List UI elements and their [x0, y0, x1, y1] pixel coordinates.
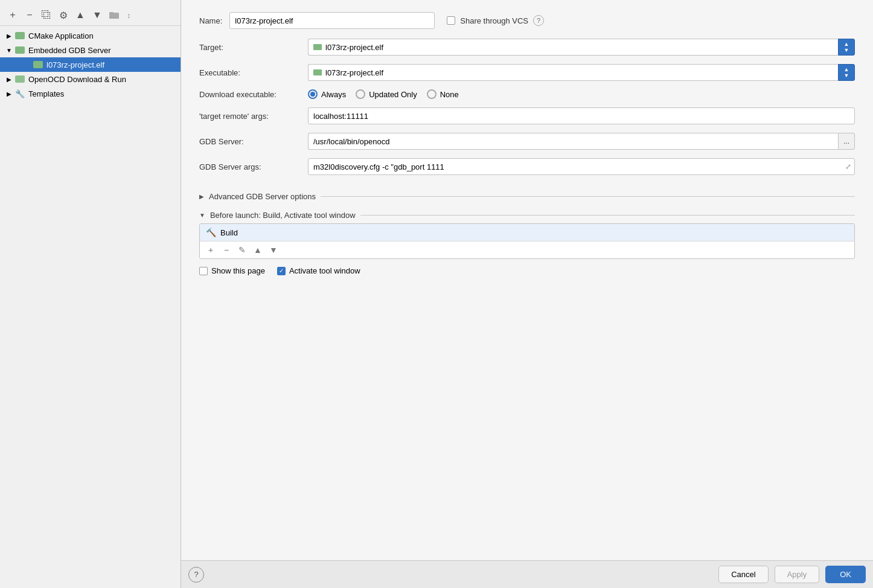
- apply-button[interactable]: Apply: [775, 566, 820, 583]
- move-task-up-button[interactable]: ▲: [252, 244, 264, 256]
- before-launch-title: Before launch: Build, Activate tool wind…: [210, 211, 356, 220]
- gdb-server-args-label: GDB Server args:: [199, 162, 308, 171]
- target-remote-input[interactable]: [308, 107, 855, 124]
- elf-label: l073rz-project.elf: [46, 60, 104, 69]
- tree-item-templates[interactable]: ▶ 🔧 Templates: [0, 86, 181, 101]
- radio-updated-only[interactable]: Updated Only: [356, 89, 417, 99]
- add-task-button[interactable]: +: [205, 244, 217, 256]
- remove-config-button[interactable]: −: [23, 8, 36, 22]
- show-page-label: Show this page: [211, 266, 265, 275]
- radio-none-circle[interactable]: [427, 89, 436, 99]
- config-panel: Name: Share through VCS ? Target: l073rz…: [181, 0, 873, 560]
- expand-icon[interactable]: ⤢: [845, 162, 851, 171]
- radio-always[interactable]: Always: [308, 89, 346, 99]
- cancel-button[interactable]: Cancel: [718, 566, 768, 583]
- radio-always-circle[interactable]: [308, 89, 318, 99]
- tree-item-cmake[interactable]: ▶ CMake Application: [0, 28, 181, 43]
- config-tree: ▶ CMake Application ▼ Embedded GDB Serve…: [0, 26, 181, 583]
- gdb-server-args-input[interactable]: [308, 158, 855, 175]
- svg-text:↕: ↕: [127, 11, 130, 19]
- arrow-icon: ▼: [5, 46, 13, 54]
- arrow-icon: ▶: [5, 31, 13, 40]
- cmake-label: CMake Application: [28, 31, 94, 40]
- cmake-icon: [14, 30, 25, 41]
- help-button[interactable]: ?: [188, 567, 204, 583]
- hammer-icon: 🔨: [206, 228, 216, 237]
- radio-none[interactable]: None: [427, 89, 459, 99]
- before-launch-arrow-icon: ▼: [199, 212, 205, 219]
- arrow-icon: ▶: [5, 89, 13, 98]
- tree-item-openocd[interactable]: ▶ OpenOCD Download & Run: [0, 72, 181, 86]
- gdb-server-args-row: GDB Server args: ⤢: [199, 158, 855, 175]
- build-label: Build: [220, 228, 238, 237]
- name-label: Name:: [199, 16, 222, 25]
- vcs-row: Share through VCS ?: [447, 15, 544, 26]
- sort-button[interactable]: ↕: [124, 8, 138, 22]
- copy-config-button[interactable]: ⿻: [40, 8, 53, 22]
- edit-task-button[interactable]: ✎: [236, 244, 248, 256]
- add-config-button[interactable]: +: [6, 8, 19, 22]
- move-task-down-button[interactable]: ▼: [267, 244, 280, 256]
- before-launch-line: [360, 215, 855, 216]
- activate-window-checkbox-item[interactable]: ✓ Activate tool window: [277, 266, 360, 275]
- executable-dropdown-arrow[interactable]: ▲ ▼: [838, 64, 855, 81]
- executable-dropdown[interactable]: l073rz-project.elf: [308, 64, 838, 81]
- up-arrow-icon: ▲: [844, 67, 849, 72]
- radio-always-label: Always: [321, 90, 346, 99]
- share-vcs-label: Share through VCS: [460, 16, 528, 25]
- gdb-server-args-wrapper: ⤢: [308, 158, 855, 175]
- advanced-section-line: [321, 196, 855, 197]
- tree-item-embedded-gdb[interactable]: ▼ Embedded GDB Server: [0, 43, 181, 57]
- gdb-server-input[interactable]: [308, 133, 838, 150]
- down-arrow-icon: ▼: [844, 73, 849, 78]
- share-vcs-checkbox[interactable]: [447, 16, 455, 25]
- up-arrow-icon: ▲: [844, 42, 849, 47]
- radio-updated-circle[interactable]: [356, 89, 365, 99]
- ok-button[interactable]: OK: [825, 566, 866, 583]
- svg-rect-1: [109, 12, 114, 14]
- build-icon: 🔨: [206, 228, 216, 237]
- download-row: Download executable: Always Updated Only…: [199, 89, 855, 99]
- download-label: Download executable:: [199, 90, 308, 99]
- move-up-button[interactable]: ▲: [74, 8, 87, 22]
- target-dropdown-arrow[interactable]: ▲ ▼: [838, 39, 855, 56]
- move-down-button[interactable]: ▼: [91, 8, 104, 22]
- advanced-section-header[interactable]: ▶ Advanced GDB Server options: [199, 192, 855, 201]
- gdb-server-row: GDB Server: ...: [199, 133, 855, 150]
- executable-value: l073rz-project.elf: [325, 68, 383, 77]
- activate-window-label: Activate tool window: [289, 266, 360, 275]
- activate-window-checkbox[interactable]: ✓: [277, 267, 286, 275]
- bottom-bar: ? Cancel Apply OK: [181, 560, 873, 588]
- openocd-label: OpenOCD Download & Run: [28, 75, 126, 84]
- left-toolbar: + − ⿻ ⚙ ▲ ▼ ↕: [0, 5, 181, 26]
- gdb-icon: [14, 45, 25, 56]
- remove-task-button[interactable]: −: [220, 244, 232, 256]
- before-launch-header[interactable]: ▼ Before launch: Build, Activate tool wi…: [199, 211, 855, 220]
- settings-config-button[interactable]: ⚙: [57, 8, 70, 22]
- vcs-help-icon[interactable]: ?: [533, 15, 544, 26]
- folder-button[interactable]: [107, 8, 121, 22]
- before-launch-section: ▼ Before launch: Build, Activate tool wi…: [199, 211, 855, 275]
- target-value: l073rz-project.elf: [325, 43, 383, 52]
- gdb-server-input-wrapper: ...: [308, 133, 855, 150]
- exe-icon-small: [313, 69, 322, 75]
- show-page-checkbox[interactable]: [199, 267, 208, 275]
- bottom-options: Show this page ✓ Activate tool window: [199, 266, 855, 275]
- arrow-icon: ▶: [5, 75, 13, 83]
- openocd-icon: [14, 74, 25, 85]
- before-launch-list: 🔨 Build + − ✎ ▲ ▼: [199, 223, 855, 259]
- advanced-arrow-icon: ▶: [199, 193, 204, 200]
- target-remote-label: 'target remote' args:: [199, 112, 308, 121]
- build-row[interactable]: 🔨 Build: [200, 224, 854, 241]
- before-launch-toolbar: + − ✎ ▲ ▼: [200, 241, 854, 258]
- browse-button[interactable]: ...: [838, 133, 855, 150]
- show-page-checkbox-item[interactable]: Show this page: [199, 266, 265, 275]
- name-input[interactable]: [229, 12, 435, 29]
- templates-label: Templates: [28, 89, 64, 98]
- target-label: Target:: [199, 43, 308, 52]
- target-dropdown[interactable]: l073rz-project.elf: [308, 39, 838, 56]
- target-row: Target: l073rz-project.elf ▲ ▼: [199, 39, 855, 56]
- templates-icon: 🔧: [14, 88, 25, 99]
- tree-item-elf[interactable]: ▶ l073rz-project.elf: [0, 57, 181, 72]
- executable-dropdown-wrapper: l073rz-project.elf ▲ ▼: [308, 64, 855, 81]
